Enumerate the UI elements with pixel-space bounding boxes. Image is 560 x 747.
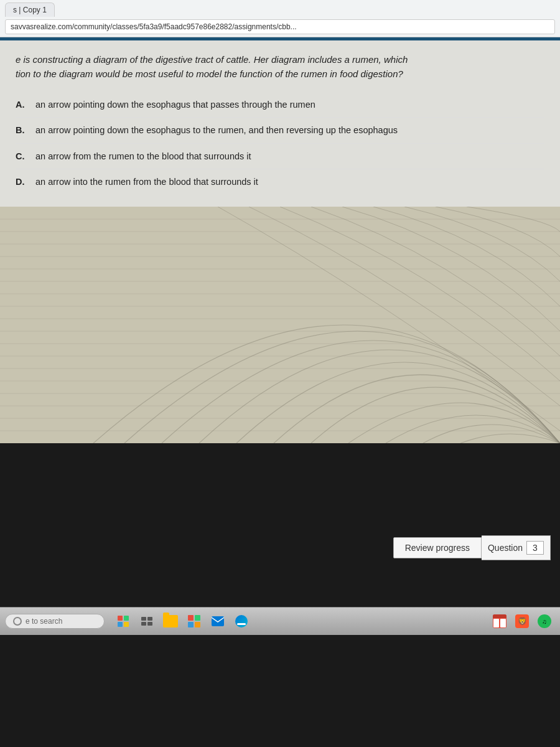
answer-option-d[interactable]: D. an arrow into the rumen from the bloo… bbox=[16, 169, 544, 194]
option-text-b: an arrow pointing down the esophagus to … bbox=[35, 124, 544, 136]
folder-icon bbox=[163, 615, 178, 627]
option-letter-b: B. bbox=[16, 124, 28, 136]
brave-icon: 🦁 bbox=[515, 614, 529, 628]
svg-rect-20 bbox=[147, 617, 152, 621]
review-progress-button[interactable]: Review progress bbox=[393, 537, 482, 558]
option-letter-d: D. bbox=[16, 176, 28, 188]
answer-option-b[interactable]: B. an arrow pointing down the esophagus … bbox=[16, 118, 544, 143]
calendar-icon bbox=[493, 614, 506, 628]
browser-chrome: s | Copy 1 savvasrealize.com/community/c… bbox=[0, 0, 560, 37]
svg-rect-24 bbox=[195, 615, 200, 621]
ripple-svg: .wave-line { fill: none; stroke: rgba(16… bbox=[0, 207, 560, 443]
svg-rect-27 bbox=[212, 616, 224, 626]
option-text-a: an arrow pointing down the esophagus tha… bbox=[35, 98, 544, 111]
taskbar-icons-group bbox=[112, 610, 487, 632]
spotify-button[interactable]: ♫ bbox=[534, 611, 555, 632]
option-letter-c: C. bbox=[16, 150, 28, 162]
browser-tab[interactable]: s | Copy 1 bbox=[5, 2, 55, 17]
calendar-icon-button[interactable] bbox=[489, 611, 510, 632]
question-number: 3 bbox=[526, 541, 544, 555]
taskbar-search[interactable]: e to search bbox=[5, 614, 105, 629]
windows-start-button[interactable] bbox=[112, 610, 134, 632]
option-letter-a: A. bbox=[16, 98, 28, 111]
decorative-ripple-area: .wave-line { fill: none; stroke: rgba(16… bbox=[0, 207, 560, 443]
brave-browser-button[interactable]: 🦁 bbox=[511, 611, 533, 632]
task-view-icon bbox=[141, 616, 153, 626]
file-explorer-button[interactable] bbox=[159, 610, 182, 632]
svg-rect-26 bbox=[195, 622, 200, 627]
edge-icon bbox=[235, 615, 248, 627]
question-area: e is constructing a diagram of the diges… bbox=[0, 40, 560, 207]
windows-store-button[interactable] bbox=[183, 610, 205, 632]
bottom-navigation-bar: Review progress Question 3 bbox=[0, 529, 560, 566]
taskbar-right-icons: 🦁 ♫ bbox=[489, 611, 555, 632]
mail-button[interactable] bbox=[207, 610, 229, 632]
windows-taskbar: e to search bbox=[0, 607, 560, 635]
edge-browser-button[interactable] bbox=[230, 610, 253, 632]
svg-rect-23 bbox=[188, 615, 194, 621]
svg-rect-25 bbox=[188, 622, 194, 627]
svg-rect-19 bbox=[141, 617, 146, 621]
spotify-icon: ♫ bbox=[538, 614, 551, 628]
question-indicator: Question 3 bbox=[482, 535, 551, 560]
mail-icon bbox=[211, 616, 225, 627]
tab-bar: s | Copy 1 bbox=[0, 0, 560, 17]
search-icon bbox=[13, 617, 22, 626]
search-placeholder: e to search bbox=[26, 617, 62, 626]
question-label: Question bbox=[488, 543, 523, 553]
address-bar[interactable]: savvasrealize.com/community/classes/5fa3… bbox=[5, 19, 555, 34]
answer-option-c[interactable]: C. an arrow from the rumen to the blood … bbox=[16, 144, 544, 169]
windows-store-icon bbox=[187, 614, 201, 628]
option-text-c: an arrow from the rumen to the blood tha… bbox=[35, 150, 544, 162]
answer-option-a[interactable]: A. an arrow pointing down the esophagus … bbox=[16, 92, 544, 118]
option-text-d: an arrow into the rumen from the blood t… bbox=[35, 176, 544, 188]
windows-logo-icon bbox=[118, 616, 129, 627]
question-text: e is constructing a diagram of the diges… bbox=[16, 53, 544, 81]
task-view-button[interactable] bbox=[136, 610, 158, 632]
svg-rect-21 bbox=[141, 622, 146, 626]
dark-bottom-area bbox=[0, 635, 560, 747]
svg-rect-22 bbox=[147, 622, 152, 626]
